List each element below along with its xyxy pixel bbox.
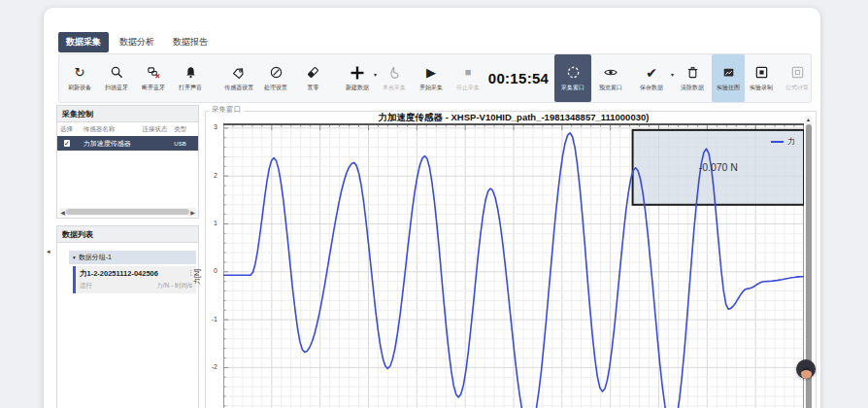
sensor-settings-icon bbox=[232, 64, 247, 81]
sensor-table-header: 选择 传感器名称 连接状态 类型 bbox=[57, 122, 198, 136]
col-sensor-name: 传感器名称 bbox=[83, 125, 136, 134]
y-tick-label: 0 bbox=[214, 267, 217, 274]
refresh-device-button[interactable]: ↻ 刷新设备 bbox=[61, 55, 98, 101]
y-tick-label: 2 bbox=[214, 172, 217, 179]
data-list-item[interactable]: 力1-2-20251112-042506 ⋮ 运行 力/N - 时间/s bbox=[73, 266, 196, 293]
sensor-checkbox[interactable]: ✓ bbox=[64, 140, 70, 147]
data-item-status: 运行 bbox=[80, 282, 92, 290]
toolbar: ↻ 刷新设备 扫描蓝牙 断开蓝牙 打开声音 传感器设置 bbox=[58, 53, 812, 103]
refresh-icon: ↻ bbox=[75, 64, 85, 81]
plus-icon bbox=[350, 64, 365, 81]
gauge-settings-icon bbox=[269, 64, 284, 81]
data-group-header[interactable]: ▾ 数据分组-1 bbox=[69, 251, 196, 264]
clear-data-button[interactable]: 清除数据 bbox=[673, 55, 712, 101]
eye-icon bbox=[603, 64, 618, 81]
assistant-avatar-button[interactable] bbox=[796, 359, 816, 379]
data-list-panel: 数据列表 ▾ 数据分组-1 力1-2-20251112-042506 ⋮ 运行 … bbox=[56, 225, 199, 408]
col-type: 类型 bbox=[174, 125, 195, 134]
sensor-table-row[interactable]: ✓ 力加速度传感器 USB bbox=[57, 136, 198, 151]
avatar-face-icon bbox=[801, 367, 812, 379]
data-item-title: 力1-2-20251112-042506 bbox=[80, 269, 192, 279]
collection-control-panel: 采集控制 选择 传感器名称 连接状态 类型 ✓ 力加速度传感器 USB ◀ ▶ bbox=[56, 105, 199, 219]
chart-plot-area[interactable]: -0.070 N 力 bbox=[223, 123, 804, 408]
collection-timer: 00:15:54 bbox=[486, 70, 551, 86]
y-tick-label: 3 bbox=[214, 123, 217, 130]
chart-legend: 力 bbox=[771, 136, 795, 147]
data-list-title: 数据列表 bbox=[57, 226, 198, 243]
y-axis-label: 力[N] bbox=[192, 269, 202, 285]
check-icon: ✔ bbox=[646, 64, 657, 81]
new-data-button[interactable]: ▾ 新建数据 bbox=[339, 55, 376, 101]
sensor-type: USB bbox=[174, 141, 195, 147]
collect-window-button[interactable]: 采集窗口 bbox=[554, 54, 591, 102]
col-connect-status: 连接状态 bbox=[136, 125, 174, 134]
preview-window-button[interactable]: 预览窗口 bbox=[591, 55, 630, 101]
col-select: 选择 bbox=[60, 125, 83, 134]
main-tabs: 数据采集 数据分析 数据报告 bbox=[58, 32, 216, 52]
formula-calc-button[interactable]: 公式计算 bbox=[778, 55, 817, 101]
collapse-triangle-icon[interactable]: ▾ bbox=[73, 255, 76, 260]
record-window-icon bbox=[754, 64, 769, 81]
horizontal-scrollbar[interactable]: ◀ ▶ bbox=[59, 208, 196, 216]
legend-line-swatch bbox=[771, 141, 784, 143]
disconnect-bluetooth-button[interactable]: 断开蓝牙 bbox=[135, 55, 172, 101]
data-item-axes: 力/N - 时间/s bbox=[156, 282, 192, 290]
scroll-up-icon[interactable]: ▲ bbox=[805, 116, 812, 123]
eraser-icon bbox=[306, 64, 320, 81]
tab-data-collection[interactable]: 数据采集 bbox=[58, 32, 109, 52]
picture-flag-icon bbox=[721, 64, 736, 81]
app-window: 数据采集 数据分析 数据报告 ↻ 刷新设备 扫描蓝牙 断开蓝牙 打开声音 bbox=[44, 8, 820, 408]
sound-button[interactable]: 打开声音 bbox=[172, 55, 209, 101]
zero-tare-button[interactable]: 置零 bbox=[294, 55, 331, 101]
scroll-right-icon[interactable]: ▶ bbox=[189, 209, 196, 216]
bell-icon bbox=[184, 64, 198, 81]
collection-control-title: 采集控制 bbox=[57, 106, 198, 122]
scroll-left-icon[interactable]: ◀ bbox=[59, 209, 66, 216]
single-point-button[interactable]: 单点采集 bbox=[376, 55, 413, 101]
search-icon bbox=[110, 64, 124, 81]
legend-series-label: 力 bbox=[787, 136, 795, 147]
sidebar-collapse-arrow[interactable]: ◂ bbox=[47, 248, 50, 255]
tab-data-analysis[interactable]: 数据分析 bbox=[112, 32, 162, 52]
tab-data-report[interactable]: 数据报告 bbox=[165, 32, 216, 52]
hand-point-icon bbox=[387, 64, 402, 81]
chart-title: 力加速度传感器 - XHSP-V10HID_path_-1981348857_1… bbox=[223, 112, 804, 124]
dashed-circle-icon bbox=[566, 64, 581, 81]
experiment-chart-button[interactable]: 实验挂图 bbox=[712, 54, 745, 102]
formula-window-icon bbox=[790, 64, 805, 81]
y-tick-label: -2 bbox=[212, 363, 217, 370]
scrollbar-thumb[interactable] bbox=[66, 209, 189, 215]
experiment-record-button[interactable]: 实验录制 bbox=[745, 55, 778, 101]
annotation-value-text: -0.070 N bbox=[699, 161, 738, 173]
scan-bluetooth-button[interactable]: 扫描蓝牙 bbox=[98, 55, 135, 101]
stop-icon: ■ bbox=[465, 64, 472, 81]
y-tick-label: 1 bbox=[214, 220, 217, 226]
sensor-name: 力加速度传感器 bbox=[83, 139, 136, 149]
play-icon: ▶ bbox=[426, 64, 436, 81]
y-axis-tick-labels: 3210-1-2 bbox=[205, 123, 220, 408]
data-group-label: 数据分组-1 bbox=[79, 253, 112, 262]
waveform-chart-svg: -0.070 N bbox=[223, 123, 804, 408]
bluetooth-disconnect-icon bbox=[147, 64, 161, 81]
stop-collection-button[interactable]: ■ 停止采集 bbox=[450, 55, 486, 101]
save-data-button[interactable]: ✔ ▾ 保存数据 bbox=[630, 55, 673, 101]
y-tick-label: -1 bbox=[212, 316, 217, 323]
start-collection-button[interactable]: ▶ 开始采集 bbox=[413, 55, 450, 101]
item-accent-bar bbox=[73, 266, 76, 293]
process-settings-button[interactable]: 处理设置 bbox=[257, 55, 294, 101]
sensor-settings-button[interactable]: 传感器设置 bbox=[220, 55, 257, 101]
trash-icon bbox=[685, 64, 700, 81]
